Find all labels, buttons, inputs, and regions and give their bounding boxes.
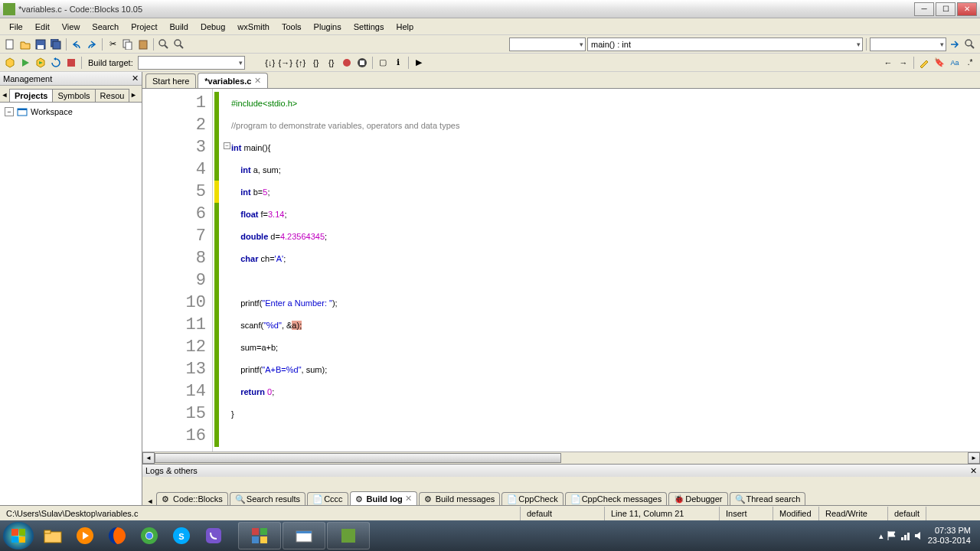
match-case-icon[interactable]: Aa	[948, 56, 962, 70]
debug-next-icon[interactable]: {}	[309, 56, 323, 70]
log-tab-codeblocks[interactable]: ⚙Code::Blocks	[156, 492, 228, 505]
tab-symbols[interactable]: Symbols	[52, 89, 95, 102]
save-icon[interactable]	[34, 37, 47, 51]
start-button[interactable]	[3, 522, 34, 549]
skype-icon[interactable]: S	[166, 523, 197, 548]
log-tab-cccc[interactable]: 📄Cccc	[307, 492, 348, 505]
run-icon[interactable]	[18, 56, 32, 70]
log-tab-cppcheck[interactable]: 📄CppCheck	[501, 492, 563, 505]
tab-scroll-right-icon[interactable]: ►	[129, 88, 138, 102]
copy-icon[interactable]	[121, 37, 135, 51]
close-button[interactable]: ✕	[957, 2, 977, 16]
open-file-icon[interactable]	[18, 37, 32, 51]
scroll-track[interactable]	[155, 452, 968, 464]
log-tab-debugger[interactable]: 🐞Debugger	[668, 492, 727, 505]
system-tray[interactable]: ▴ 07:33 PM 23-03-2014	[873, 526, 977, 546]
menu-edit[interactable]: Edit	[29, 21, 56, 33]
firefox-icon[interactable]	[102, 523, 132, 548]
replace-icon[interactable]	[172, 37, 186, 51]
find-icon[interactable]	[157, 37, 171, 51]
redo-icon[interactable]	[85, 37, 99, 51]
nav-fwd-icon[interactable]: →	[897, 56, 910, 70]
code-content[interactable]: #include<stdio.h> //program to demonstra…	[231, 89, 980, 452]
tray-chevron-icon[interactable]: ▴	[879, 531, 884, 541]
tab-close-icon[interactable]: ✕	[254, 76, 261, 86]
chrome-icon[interactable]	[134, 523, 165, 548]
undo-icon[interactable]	[70, 37, 83, 51]
horizontal-scrollbar[interactable]: ◄ ►	[142, 452, 980, 464]
menu-build[interactable]: Build	[163, 21, 194, 33]
regex-icon[interactable]: .*	[963, 56, 977, 70]
debug-step-icon[interactable]: {↓}	[263, 56, 277, 70]
debug-out-icon[interactable]: {↑}	[294, 56, 308, 70]
menu-file[interactable]: File	[3, 21, 29, 33]
fold-toggle-icon[interactable]: −	[224, 142, 230, 149]
new-file-icon[interactable]	[3, 37, 17, 51]
menu-settings[interactable]: Settings	[348, 21, 390, 33]
scroll-right-icon[interactable]: ►	[968, 452, 980, 464]
taskbar-app-codeblocks[interactable]	[327, 522, 370, 549]
menu-tools[interactable]: Tools	[276, 21, 308, 33]
log-tab-buildlog[interactable]: ⚙Build log✕	[350, 491, 417, 505]
tab-close-icon[interactable]: ✕	[405, 494, 412, 504]
volume-icon[interactable]	[914, 530, 925, 541]
menu-debug[interactable]: Debug	[194, 21, 231, 33]
viber-icon[interactable]	[198, 523, 229, 548]
build-icon[interactable]	[3, 56, 17, 70]
code-editor[interactable]: 1 2 3 4 5 6 7 8 9 10 11 12 13 14 15 16	[142, 89, 980, 452]
menu-plugins[interactable]: Plugins	[308, 21, 348, 33]
goto-icon[interactable]	[948, 37, 962, 51]
logs-close-icon[interactable]: ✕	[970, 466, 977, 476]
log-tab-search[interactable]: 🔍Search results	[230, 492, 305, 505]
tool-b-icon[interactable]: ℹ	[391, 56, 405, 70]
search-icon[interactable]	[963, 37, 977, 51]
debug-stop-icon[interactable]	[355, 56, 369, 70]
taskbar-app-2[interactable]	[283, 522, 325, 549]
scroll-thumb[interactable]	[155, 453, 561, 463]
abort-icon[interactable]	[64, 56, 78, 70]
taskbar-app-1[interactable]	[238, 522, 281, 549]
tray-clock[interactable]: 07:33 PM 23-03-2014	[928, 526, 971, 546]
log-tab-cppcheckmsg[interactable]: 📄CppCheck messages	[565, 492, 668, 505]
tree-workspace[interactable]: − Workspace	[3, 106, 139, 118]
combo-empty[interactable]	[509, 37, 586, 51]
maximize-button[interactable]: ☐	[936, 2, 956, 16]
menu-wxsmith[interactable]: wxSmith	[231, 21, 276, 33]
management-close-icon[interactable]: ✕	[132, 73, 139, 83]
build-target-combo[interactable]	[138, 56, 245, 70]
tab-start-here[interactable]: Start here	[145, 73, 196, 88]
tab-scroll-left-icon[interactable]: ◄	[0, 88, 9, 102]
tab-resources[interactable]: Resou	[95, 89, 130, 102]
flag-icon[interactable]	[887, 530, 897, 541]
tab-variables-c[interactable]: *variables.c ✕	[198, 73, 268, 88]
scroll-left-icon[interactable]: ◄	[142, 452, 155, 464]
tool-c-icon[interactable]: ▶	[412, 56, 426, 70]
tool-a-icon[interactable]: ▢	[376, 56, 390, 70]
nav-back-icon[interactable]: ←	[881, 56, 895, 70]
debug-break-icon[interactable]	[340, 56, 354, 70]
scope-combo[interactable]: main() : int	[587, 37, 863, 51]
build-run-icon[interactable]	[34, 56, 47, 70]
tab-projects[interactable]: Projects	[9, 89, 53, 102]
menu-project[interactable]: Project	[125, 21, 163, 33]
minimize-button[interactable]: ─	[914, 2, 934, 16]
log-scroll-left-icon[interactable]: ◄	[145, 497, 155, 505]
tree-expand-icon[interactable]: −	[5, 107, 14, 116]
save-all-icon[interactable]	[49, 37, 63, 51]
cut-icon[interactable]: ✂	[106, 37, 119, 51]
menu-help[interactable]: Help	[390, 21, 420, 33]
combo-right[interactable]	[870, 37, 946, 51]
log-tab-buildmsg[interactable]: ⚙Build messages	[419, 492, 501, 505]
menu-search[interactable]: Search	[86, 21, 125, 33]
debug-cursor-icon[interactable]: {}	[325, 56, 338, 70]
highlight-icon[interactable]	[917, 56, 931, 70]
paste-icon[interactable]	[136, 37, 150, 51]
media-player-icon[interactable]	[70, 523, 100, 548]
debug-over-icon[interactable]: {→}	[279, 56, 292, 70]
rebuild-icon[interactable]	[49, 56, 63, 70]
network-icon[interactable]	[900, 530, 911, 541]
menu-view[interactable]: View	[56, 21, 87, 33]
explorer-icon[interactable]	[38, 523, 68, 548]
log-tab-threadsearch[interactable]: 🔍Thread search	[730, 492, 806, 505]
bookmark-icon[interactable]: 🔖	[933, 56, 946, 70]
